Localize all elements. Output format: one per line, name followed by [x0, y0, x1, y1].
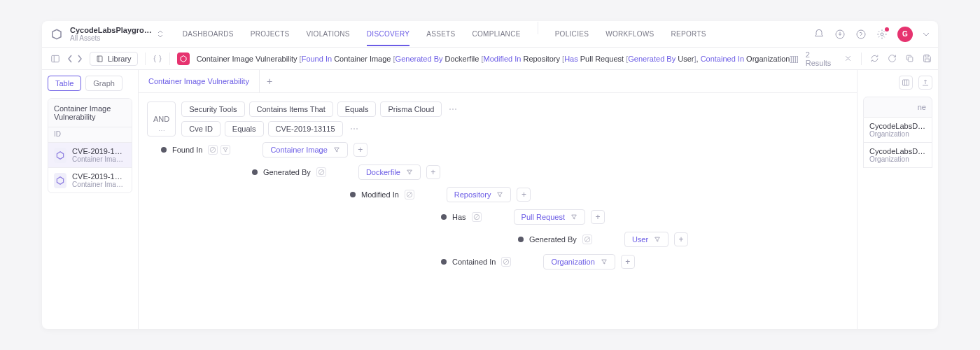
condition-op[interactable]: Contains Items That: [249, 102, 333, 117]
querybar-right: 2 Results: [806, 50, 938, 67]
entity-label: Organization: [551, 258, 594, 266]
filter-icon[interactable]: [601, 258, 608, 265]
block-icon[interactable]: [208, 145, 218, 155]
block-icon[interactable]: [501, 257, 511, 267]
entity-pill[interactable]: Organization: [543, 254, 615, 270]
relation-label: Modified In: [361, 190, 399, 199]
chain-dot-icon: [350, 192, 356, 197]
view-toggle: Table Graph: [48, 76, 132, 91]
nav-projects[interactable]: PROJECTS: [251, 22, 290, 46]
org-row[interactable]: CycodeLabsDemo Organization: [863, 143, 932, 168]
condition-op[interactable]: Equals: [225, 121, 264, 136]
org-chevron-icon[interactable]: [158, 30, 163, 38]
relation-label: Found In: [172, 146, 202, 154]
condition-field[interactable]: Security Tools: [181, 102, 244, 117]
view-table-button[interactable]: Table: [48, 76, 81, 91]
more-icon[interactable]: ⋯: [347, 124, 361, 134]
and-operator[interactable]: AND⋯: [147, 102, 176, 136]
condition-row: Security Tools Contains Items That Equal…: [181, 102, 460, 117]
entity-label: Pull Request: [522, 213, 565, 221]
org-row[interactable]: CycodeLabsDemo Organization: [863, 118, 932, 143]
entity-pill[interactable]: Container Image: [262, 142, 347, 158]
close-icon[interactable]: [844, 54, 853, 64]
condition-row: Cve ID Equals CVE-2019-13115 ⋯: [181, 121, 460, 136]
nav-discovery[interactable]: DISCOVERY: [367, 22, 410, 46]
result-row[interactable]: CVE-2019-13115Container Image V…: [48, 167, 132, 192]
relation-chain: Found In Container Image + Generated By …: [147, 142, 848, 270]
forward-icon[interactable]: [77, 55, 83, 63]
add-relation-button[interactable]: +: [674, 232, 688, 246]
block-icon[interactable]: [582, 234, 592, 244]
add-relation-button[interactable]: +: [354, 143, 368, 157]
columns-icon[interactable]: [899, 76, 913, 90]
back-icon[interactable]: [67, 55, 73, 63]
builder-tab[interactable]: Container Image Vulnerability: [139, 70, 260, 92]
filter-icon[interactable]: [406, 169, 413, 176]
avatar-chevron-icon[interactable]: [923, 32, 930, 36]
braces-icon[interactable]: [153, 54, 162, 64]
history-nav: [67, 55, 83, 63]
entity-label: Dockerfile: [366, 168, 400, 176]
help-icon[interactable]: [855, 29, 867, 40]
entity-label: Repository: [454, 190, 491, 199]
main-nav: DASHBOARDS PROJECTS VIOLATIONS DISCOVERY…: [183, 22, 706, 46]
block-icon[interactable]: [405, 190, 414, 200]
filter-icon[interactable]: [333, 146, 340, 153]
nav-policies[interactable]: POLICIES: [555, 22, 589, 46]
bell-icon[interactable]: [813, 29, 825, 40]
entity-pill[interactable]: User: [624, 232, 668, 247]
block-icon[interactable]: [472, 212, 482, 222]
svg-rect-25: [903, 80, 909, 85]
result-row[interactable]: CVE-2019-13115Container Image V…: [48, 142, 132, 167]
nav-reports[interactable]: REPORTS: [671, 22, 706, 46]
refresh-icon[interactable]: [870, 54, 879, 64]
block-icon[interactable]: [316, 167, 326, 177]
svg-line-22: [585, 237, 589, 241]
add-relation-button[interactable]: +: [621, 255, 635, 269]
add-relation-button[interactable]: +: [426, 165, 440, 179]
add-tab-button[interactable]: +: [260, 70, 279, 92]
panel-toggle-icon[interactable]: [50, 54, 60, 64]
filter-icon[interactable]: [220, 145, 230, 155]
condition-field[interactable]: Cve ID: [181, 121, 220, 136]
entity-pill[interactable]: Repository: [447, 187, 512, 202]
chain-node: Modified In Repository +: [350, 187, 848, 202]
chain-dot-icon: [441, 259, 447, 265]
and-group: AND⋯ Security Tools Contains Items That …: [147, 102, 848, 136]
more-icon[interactable]: ⋯: [446, 104, 460, 114]
right-tools: [863, 76, 932, 90]
filter-icon[interactable]: [496, 191, 503, 198]
download-icon[interactable]: [834, 29, 846, 40]
library-button[interactable]: Library: [90, 52, 138, 66]
vulnerability-row-icon: [54, 148, 66, 163]
org-selector[interactable]: CycodeLabsPlaygro… All Assets: [70, 26, 152, 42]
nav-assets[interactable]: ASSETS: [426, 22, 455, 46]
reload-icon[interactable]: [888, 54, 897, 64]
add-relation-button[interactable]: +: [591, 210, 605, 224]
topbar-right: G: [813, 27, 930, 42]
settings-icon[interactable]: [876, 29, 888, 40]
filter-icon[interactable]: [570, 214, 578, 220]
entity-label: Container Image: [270, 146, 327, 154]
filter-icon[interactable]: [654, 236, 661, 243]
chain-dot-icon: [161, 147, 167, 153]
export-icon[interactable]: [918, 76, 932, 90]
nav-dashboards[interactable]: DASHBOARDS: [183, 22, 234, 46]
svg-point-3: [881, 33, 883, 36]
svg-line-18: [407, 192, 412, 197]
nav-violations[interactable]: VIOLATIONS: [307, 22, 350, 46]
condition-op2[interactable]: Equals: [337, 102, 377, 117]
right-column-header: ne: [863, 97, 932, 118]
avatar[interactable]: G: [897, 27, 913, 42]
condition-value[interactable]: CVE-2019-13115: [268, 121, 343, 136]
copy-icon[interactable]: [905, 54, 914, 64]
view-graph-button[interactable]: Graph: [85, 76, 122, 91]
add-relation-button[interactable]: +: [517, 188, 531, 202]
nav-compliance[interactable]: COMPLIANCE: [472, 22, 521, 46]
condition-value[interactable]: Prisma Cloud: [380, 102, 442, 117]
entity-pill[interactable]: Pull Request: [514, 209, 585, 225]
nav-workflows[interactable]: WORKFLOWS: [606, 22, 654, 46]
entity-pill[interactable]: Dockerfile: [358, 164, 421, 180]
save-icon[interactable]: [923, 54, 932, 64]
query-breadcrumb[interactable]: Container Image Vulnerability [Found In …: [197, 55, 799, 63]
